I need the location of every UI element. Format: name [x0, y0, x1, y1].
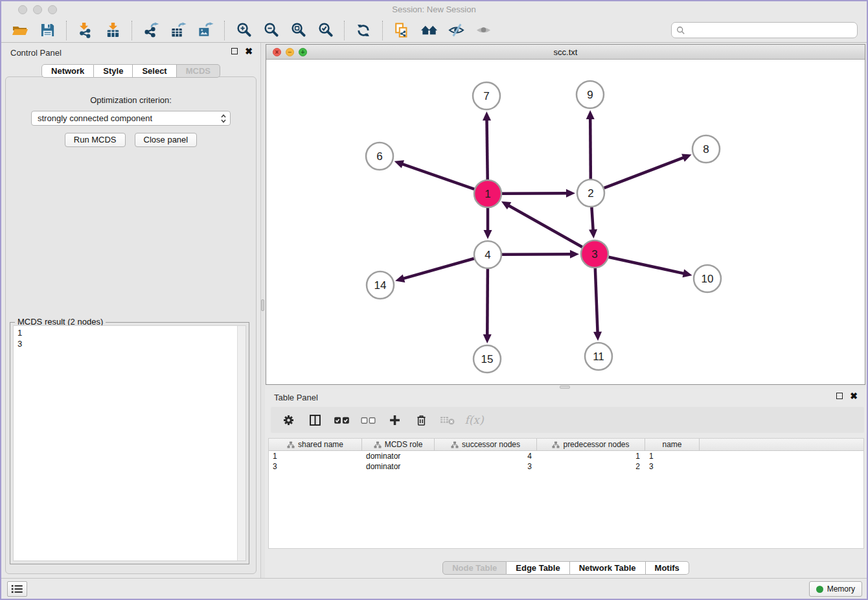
- edge-1-7[interactable]: [486, 120, 487, 179]
- deselect-all-rows-button[interactable]: [360, 410, 376, 430]
- task-history-button[interactable]: [7, 581, 27, 597]
- table-cell[interactable]: 3: [435, 461, 537, 472]
- column-header-successor-nodes[interactable]: successor nodes: [435, 439, 537, 450]
- tab-network[interactable]: Network: [41, 64, 94, 78]
- result-scrollbar[interactable]: [237, 326, 246, 560]
- control-panel-tabs: Network Style Select MCDS: [1, 64, 260, 78]
- control-panel: Control Panel ✖ Network Style Select MCD…: [1, 43, 260, 578]
- edge-arrowhead: [483, 111, 491, 121]
- app-titlebar: Session: New Session: [1, 1, 867, 18]
- export-network-button[interactable]: [137, 19, 165, 41]
- table-cell[interactable]: dominator: [362, 461, 435, 472]
- edge-4-15[interactable]: [487, 269, 488, 335]
- show-all-button[interactable]: [470, 19, 497, 41]
- zoom-selected-button[interactable]: [312, 19, 339, 41]
- table-cell[interactable]: 1: [645, 451, 700, 461]
- import-network-button[interactable]: [72, 19, 99, 41]
- table-cell[interactable]: dominator: [362, 451, 435, 461]
- search-input[interactable]: [685, 25, 852, 35]
- control-panel-title: Control Panel: [10, 48, 62, 58]
- splitter-grip[interactable]: [560, 386, 570, 389]
- table-cell[interactable]: 3: [269, 461, 362, 472]
- network-canvas[interactable]: 7968124314101511: [266, 60, 865, 384]
- table-cell[interactable]: 3: [645, 461, 700, 472]
- zoom-fit-icon: [290, 22, 306, 38]
- hide-selected-button[interactable]: [442, 19, 470, 41]
- splitter-grip[interactable]: [261, 299, 264, 311]
- delete-column-button[interactable]: [413, 410, 429, 430]
- edge-3-11[interactable]: [595, 268, 598, 332]
- list-icon: [11, 584, 23, 594]
- first-neighbors-button[interactable]: [415, 19, 442, 41]
- edge-arrowhead: [394, 160, 404, 168]
- memory-button[interactable]: Memory: [809, 581, 862, 597]
- edge-1-2[interactable]: [502, 193, 567, 194]
- table-row[interactable]: 1dominator411: [269, 451, 863, 461]
- edge-3-1[interactable]: [508, 205, 582, 247]
- column-header-name[interactable]: name: [645, 439, 700, 450]
- network-window-title: scc.txt: [266, 45, 865, 60]
- edge-2-9[interactable]: [590, 119, 591, 179]
- close-panel-icon[interactable]: ✖: [245, 48, 253, 54]
- run-mcds-button[interactable]: Run MCDS: [65, 133, 126, 147]
- save-session-button[interactable]: [34, 19, 61, 41]
- select-all-rows-button[interactable]: [333, 410, 350, 430]
- edge-1-6[interactable]: [402, 164, 474, 189]
- eye-icon: [475, 22, 492, 38]
- export-table-button[interactable]: [165, 19, 192, 41]
- column-header-predecessor-nodes[interactable]: predecessor nodes: [537, 439, 645, 450]
- node-table[interactable]: shared nameMCDS rolesuccessor nodesprede…: [268, 438, 864, 549]
- zoom-fit-button[interactable]: [284, 19, 312, 41]
- add-column-button[interactable]: [386, 410, 403, 430]
- zoom-out-button[interactable]: [257, 19, 284, 41]
- criterion-dropdown[interactable]: strongly connected component: [31, 111, 231, 126]
- tab-node-table[interactable]: Node Table: [442, 561, 507, 575]
- mcds-result-area[interactable]: 1 3: [13, 325, 246, 561]
- table-row[interactable]: 3dominator323: [269, 461, 863, 472]
- tab-network-table[interactable]: Network Table: [570, 561, 646, 575]
- open-session-button[interactable]: [6, 19, 34, 41]
- tab-mcds[interactable]: MCDS: [177, 64, 220, 78]
- column-header-MCDS-role[interactable]: MCDS role: [362, 439, 435, 450]
- zoom-in-button[interactable]: [230, 19, 257, 41]
- tab-edge-table[interactable]: Edge Table: [507, 561, 569, 575]
- optimization-criterion-label: Optimization criterion:: [6, 95, 256, 105]
- export-table-icon: [170, 22, 187, 38]
- edge-2-8[interactable]: [604, 157, 684, 188]
- table-cell[interactable]: 2: [537, 461, 645, 472]
- table-cell[interactable]: 4: [435, 451, 537, 461]
- function-builder-button[interactable]: f(x): [466, 410, 483, 430]
- toggle-column-view-button[interactable]: [306, 410, 323, 430]
- toolbar-separator: [224, 21, 225, 40]
- tab-style[interactable]: Style: [94, 64, 133, 78]
- tab-select[interactable]: Select: [133, 64, 176, 78]
- edge-2-3[interactable]: [591, 207, 593, 230]
- float-panel-icon[interactable]: [836, 393, 843, 399]
- import-table-button[interactable]: [99, 19, 126, 41]
- zoom-selected-icon: [317, 22, 334, 38]
- new-network-from-selection-button[interactable]: [388, 19, 415, 41]
- edge-3-10[interactable]: [608, 257, 683, 273]
- network-window-titlebar[interactable]: × − + scc.txt: [266, 45, 865, 60]
- edge-4-3[interactable]: [502, 254, 571, 255]
- close-panel-button[interactable]: Close panel: [135, 133, 198, 147]
- export-image-button[interactable]: [192, 19, 219, 41]
- column-header-shared-name[interactable]: shared name: [269, 439, 362, 450]
- tab-motifs[interactable]: Motifs: [646, 561, 689, 575]
- table-cell[interactable]: 1: [269, 451, 362, 461]
- table-cell[interactable]: 1: [537, 451, 645, 461]
- vertical-splitter[interactable]: [260, 43, 265, 578]
- float-panel-icon[interactable]: [231, 48, 238, 54]
- search-field[interactable]: [671, 22, 858, 38]
- column-settings-button[interactable]: [280, 410, 297, 430]
- edge-arrowhead: [593, 332, 602, 341]
- edge-arrowhead: [483, 334, 492, 343]
- edge-arrowhead: [682, 270, 692, 278]
- import-network-icon: [78, 22, 94, 38]
- edge-4-14[interactable]: [404, 259, 474, 279]
- edge-arrowhead: [589, 229, 597, 238]
- close-panel-icon[interactable]: ✖: [850, 393, 858, 399]
- delete-table-button[interactable]: [439, 410, 456, 430]
- gear-icon: [282, 413, 295, 427]
- apply-layout-button[interactable]: [350, 19, 377, 41]
